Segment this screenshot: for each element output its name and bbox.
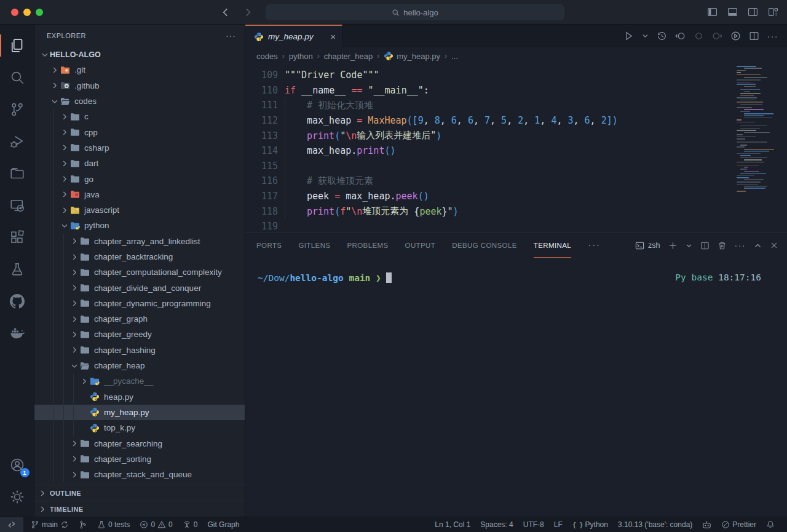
- code-line-112[interactable]: 112max_heap = MaxHeap([9, 8, 6, 6, 7, 5,…: [245, 113, 787, 129]
- chevron-right-icon[interactable]: [69, 439, 79, 448]
- tree-item-chapter-searching[interactable]: chapter_searching: [34, 435, 245, 451]
- chevron-down-icon[interactable]: [49, 97, 60, 106]
- status-tests[interactable]: 0 tests: [92, 517, 135, 532]
- tree-item--github[interactable]: .github: [34, 78, 245, 93]
- code-line-117[interactable]: 117peek = max_heap.peek(): [245, 189, 787, 204]
- activity-search[interactable]: [0, 62, 34, 93]
- chevron-down-icon[interactable]: [39, 50, 50, 59]
- more-icon[interactable]: ···: [767, 31, 779, 42]
- panel-tab-ports[interactable]: PORTS: [256, 233, 282, 258]
- chevron-down-icon[interactable]: [59, 221, 69, 230]
- code-line-115[interactable]: 115: [245, 159, 787, 174]
- tree-item-csharp[interactable]: csharp: [34, 140, 245, 156]
- layout-sidebar-left-icon[interactable]: [707, 7, 718, 17]
- panel-tabs-more-icon[interactable]: ···: [588, 240, 600, 251]
- chevron-right-icon[interactable]: [69, 315, 79, 324]
- tab-my-heap-py[interactable]: my_heap.py ×: [245, 25, 342, 47]
- activity-explorer[interactable]: [0, 30, 34, 62]
- section-outline[interactable]: OUTLINE: [34, 485, 245, 501]
- code-line-116[interactable]: 116# 获取堆顶元素: [245, 173, 787, 189]
- tree-item-chapter-divide-and-conquer[interactable]: chapter_divide_and_conquer: [34, 280, 245, 295]
- terminal[interactable]: ~/Dow/hello-algo main ❯ Py base 18:17:16: [245, 258, 787, 517]
- chevron-right-icon[interactable]: [69, 330, 79, 339]
- split-panel-icon[interactable]: [700, 241, 710, 250]
- run-history-icon[interactable]: [730, 31, 741, 41]
- panel-tab-debug-console[interactable]: DEBUG CONSOLE: [452, 233, 517, 258]
- tree-item-chapter-heap[interactable]: chapter_heap: [34, 358, 245, 373]
- tree-item-python[interactable]: python: [34, 218, 245, 233]
- tree-item-hello-algo[interactable]: HELLO-ALGO: [34, 47, 245, 62]
- code-line-118[interactable]: 118print(f"\n堆顶元素为 {peek}"): [245, 204, 787, 219]
- chevron-right-icon[interactable]: [69, 299, 79, 308]
- status-ports[interactable]: 0: [178, 517, 203, 532]
- tree-item-my-heap-py[interactable]: my_heap.py: [34, 405, 245, 420]
- tree-item-chapter-array-and-linkedlist[interactable]: chapter_array_and_linkedlist: [34, 234, 245, 249]
- zoom-window-button[interactable]: [36, 9, 43, 16]
- chevron-right-icon[interactable]: [49, 66, 60, 74]
- minimize-window-button[interactable]: [23, 9, 31, 16]
- layout-panel-icon[interactable]: [727, 7, 738, 17]
- breadcrumb--[interactable]: ...: [451, 52, 458, 61]
- tab-close-icon[interactable]: ×: [330, 31, 336, 42]
- tree-item-chapter-graph[interactable]: chapter_graph: [34, 311, 245, 327]
- terminal-icon[interactable]: [635, 241, 644, 250]
- chevron-right-icon[interactable]: [69, 268, 79, 277]
- more-icon[interactable]: ···: [735, 240, 746, 251]
- activity-github[interactable]: [0, 285, 34, 317]
- code-editor[interactable]: 109"""Driver Code"""110if __name__ == "_…: [245, 65, 787, 232]
- chevron-right-icon[interactable]: [79, 377, 89, 386]
- code-line-114[interactable]: 114max_heap.print(): [245, 143, 787, 159]
- status-indentation[interactable]: Spaces: 4: [475, 517, 518, 532]
- tree-item-chapter-stack-and-queue[interactable]: chapter_stack_and_queue: [34, 467, 245, 482]
- status-language-mode[interactable]: { }Python: [568, 517, 613, 532]
- chevron-right-icon[interactable]: [69, 237, 79, 245]
- breadcrumb-python[interactable]: python: [289, 52, 313, 61]
- activity-run-and-debug[interactable]: [0, 125, 34, 157]
- tree-item-chapter-hashing[interactable]: chapter_hashing: [34, 343, 245, 358]
- status-python-interpreter[interactable]: 3.10.13 ('base': conda): [613, 517, 697, 532]
- tree-item-chapter-computational-complexity[interactable]: chapter_computational_complexity: [34, 264, 245, 280]
- chevron-right-icon[interactable]: [59, 113, 69, 121]
- status-copilot[interactable]: [697, 517, 716, 532]
- breadcrumb-my-heap-py[interactable]: my_heap.py: [384, 51, 440, 61]
- layout-sidebar-right-icon[interactable]: [748, 7, 758, 17]
- tree-item-cpp[interactable]: cpp: [34, 124, 245, 140]
- chevron-right-icon[interactable]: [59, 128, 69, 137]
- explorer-more-actions-icon[interactable]: ···: [226, 31, 236, 41]
- panel-tab-terminal[interactable]: TERMINAL: [534, 233, 571, 258]
- activity-extensions[interactable]: [0, 221, 34, 253]
- chevron-right-icon[interactable]: [69, 346, 79, 354]
- chevron-right-icon[interactable]: [59, 159, 69, 168]
- chevron-down-icon[interactable]: [642, 33, 649, 39]
- command-center-search[interactable]: hello-algo: [266, 4, 564, 20]
- tree-item-chapter-greedy[interactable]: chapter_greedy: [34, 327, 245, 342]
- tree-item-heap-py[interactable]: heap.py: [34, 389, 245, 405]
- panel-tab-output[interactable]: OUTPUT: [405, 233, 436, 258]
- status-problems[interactable]: 00: [135, 517, 177, 532]
- history-back-icon[interactable]: [220, 7, 231, 18]
- chevron-right-icon[interactable]: [49, 81, 60, 90]
- chevron-down-icon[interactable]: [686, 242, 692, 249]
- chevron-right-icon[interactable]: [59, 206, 69, 215]
- trash-icon[interactable]: [718, 241, 727, 250]
- chevron-right-icon[interactable]: [69, 284, 79, 292]
- go-back-icon[interactable]: [675, 31, 686, 41]
- go-forward-dim-icon[interactable]: [712, 31, 722, 41]
- panel-tab-problems[interactable]: PROBLEMS: [347, 233, 388, 258]
- history-icon[interactable]: [657, 31, 667, 41]
- tree-item-top-k-py[interactable]: top_k.py: [34, 420, 245, 435]
- status-remote-indicator[interactable]: [0, 517, 23, 532]
- status-git-graph[interactable]: Git Graph: [202, 517, 244, 532]
- code-line-119[interactable]: 119: [245, 219, 787, 232]
- tree-item--pycache-[interactable]: __pycache__: [34, 373, 245, 389]
- tree-item-codes[interactable]: codes: [34, 93, 245, 109]
- layout-customize-icon[interactable]: [768, 7, 778, 17]
- minimap[interactable]: [737, 66, 777, 208]
- activity-file-folder[interactable]: [0, 157, 34, 189]
- status-cursor-position[interactable]: Ln 1, Col 1: [430, 517, 475, 532]
- status-prettier[interactable]: Prettier: [716, 517, 761, 532]
- chevron-right-icon[interactable]: [69, 253, 79, 261]
- status-git-graph-view[interactable]: [74, 517, 92, 532]
- run-icon[interactable]: [623, 31, 634, 41]
- circle-dim-icon[interactable]: [694, 31, 704, 41]
